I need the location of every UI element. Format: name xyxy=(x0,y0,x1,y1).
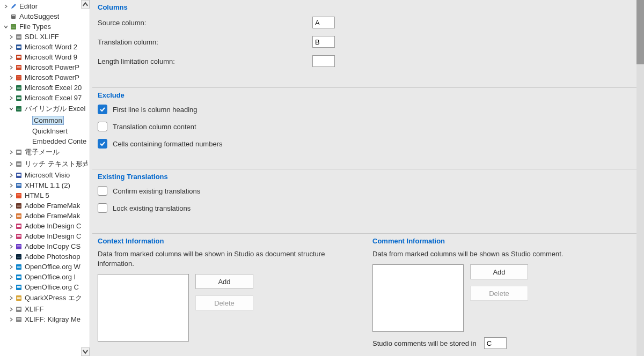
confirm-existing-checkbox[interactable] xyxy=(98,186,107,196)
exclude-formatted-numbers-checkbox[interactable] xyxy=(98,139,107,149)
comment-listbox[interactable] xyxy=(372,264,464,332)
svg-rect-30 xyxy=(17,151,21,152)
expand-icon[interactable] xyxy=(3,4,9,9)
expand-icon[interactable] xyxy=(9,295,14,301)
context-listbox[interactable] xyxy=(98,274,189,342)
file-type-icon xyxy=(15,160,23,168)
sidebar-item-9[interactable]: Microsoft Excel 97 xyxy=(0,93,90,103)
file-type-icon xyxy=(15,172,23,179)
sidebar-item-16[interactable]: Microsoft Visio xyxy=(0,170,90,180)
expand-icon[interactable] xyxy=(9,183,14,188)
expand-icon[interactable] xyxy=(9,161,14,167)
exclude-translation-content-checkbox[interactable] xyxy=(98,122,107,131)
sidebar-item-7[interactable]: Microsoft PowerP xyxy=(0,72,90,83)
sidebar-item-5[interactable]: Microsoft Word 9 xyxy=(0,52,90,62)
length-column-input[interactable] xyxy=(312,55,335,67)
context-delete-button[interactable]: Delete xyxy=(195,295,253,310)
svg-rect-42 xyxy=(17,195,21,195)
sidebar-item-19[interactable]: Adobe FrameMak xyxy=(0,201,90,211)
translation-column-label: Translation column: xyxy=(98,38,312,46)
expand-icon[interactable] xyxy=(9,264,14,270)
expand-icon[interactable] xyxy=(9,44,14,50)
sidebar-item-label: Adobe Photoshop xyxy=(25,253,80,261)
sidebar-item-11[interactable]: Common xyxy=(0,115,90,126)
sidebar-item-22[interactable]: Adobe InDesign C xyxy=(0,231,90,241)
expand-icon[interactable] xyxy=(9,173,14,178)
expand-icon[interactable] xyxy=(9,150,14,155)
sidebar-item-21[interactable]: Adobe InDesign C xyxy=(0,221,90,231)
sidebar-item-28[interactable]: QuarkXPress エク xyxy=(0,292,90,304)
sidebar-item-24[interactable]: Adobe Photoshop xyxy=(0,251,90,262)
svg-rect-63 xyxy=(17,266,21,266)
sidebar-item-15[interactable]: リッチ テキスト形式 xyxy=(0,158,90,170)
sidebar-item-23[interactable]: Adobe InCopy CS xyxy=(0,241,90,251)
expand-icon[interactable] xyxy=(9,275,14,280)
sidebar-item-10[interactable]: バイリンガル Excel xyxy=(0,103,90,115)
svg-rect-54 xyxy=(17,235,21,236)
exclude-first-line-checkbox[interactable] xyxy=(98,105,107,114)
comment-title: Comment Information xyxy=(372,234,636,249)
expand-icon[interactable] xyxy=(9,95,14,101)
expand-icon[interactable] xyxy=(9,234,14,239)
expand-icon[interactable] xyxy=(9,55,14,60)
expand-icon[interactable] xyxy=(9,106,14,112)
svg-rect-45 xyxy=(17,205,21,205)
sidebar-item-20[interactable]: Adobe FrameMak xyxy=(0,211,90,221)
expand-icon[interactable] xyxy=(9,85,14,91)
comment-add-button[interactable]: Add xyxy=(470,264,528,279)
expand-icon[interactable] xyxy=(9,34,14,40)
context-add-button[interactable]: Add xyxy=(195,274,253,289)
sidebar-item-8[interactable]: Microsoft Excel 20 xyxy=(0,83,90,93)
sidebar-item-0[interactable]: Editor xyxy=(0,1,90,11)
expand-icon[interactable] xyxy=(9,317,14,322)
expand-icon[interactable] xyxy=(9,213,14,219)
sidebar-item-30[interactable]: XLIFF: Kilgray Me xyxy=(0,314,90,324)
sidebar-item-label: QuickInsert xyxy=(32,127,68,135)
sidebar-item-14[interactable]: 電子メール xyxy=(0,146,90,158)
expand-icon[interactable] xyxy=(16,139,21,144)
expand-icon[interactable] xyxy=(9,193,14,198)
sidebar-item-6[interactable]: Microsoft PowerP xyxy=(0,62,90,72)
comment-footer-input[interactable] xyxy=(484,337,507,349)
file-type-icon xyxy=(10,23,17,31)
expand-icon[interactable] xyxy=(3,14,9,19)
expand-icon[interactable] xyxy=(9,224,14,229)
expand-icon[interactable] xyxy=(9,203,14,209)
expand-icon[interactable] xyxy=(9,307,14,312)
source-column-input[interactable] xyxy=(312,17,335,28)
sidebar-item-2[interactable]: File Types xyxy=(0,21,90,32)
comment-delete-button[interactable]: Delete xyxy=(470,286,528,301)
svg-rect-1 xyxy=(12,15,15,16)
file-type-icon xyxy=(15,263,23,271)
lock-existing-checkbox[interactable] xyxy=(98,203,107,213)
sidebar-scroll-up[interactable] xyxy=(81,0,90,9)
expand-icon[interactable] xyxy=(9,285,14,290)
sidebar-item-25[interactable]: OpenOffice.org W xyxy=(0,262,90,272)
sidebar-item-27[interactable]: OpenOffice.org C xyxy=(0,282,90,292)
sidebar-item-label: Microsoft Visio xyxy=(25,171,70,179)
sidebar-item-4[interactable]: Microsoft Word 2 xyxy=(0,42,90,52)
expand-icon[interactable] xyxy=(16,129,21,134)
sidebar-item-17[interactable]: XHTML 1.1 (2) xyxy=(0,180,90,190)
sidebar-item-1[interactable]: AutoSuggest xyxy=(0,11,90,21)
expand-icon[interactable] xyxy=(16,118,21,123)
main-scrollbar[interactable] xyxy=(636,0,644,356)
sidebar-item-3[interactable]: SDL XLIFF xyxy=(0,32,90,42)
translation-column-input[interactable] xyxy=(312,36,335,48)
sidebar-scroll-down[interactable] xyxy=(81,347,90,356)
sidebar-item-label: Adobe InDesign C xyxy=(25,232,82,240)
expand-icon[interactable] xyxy=(9,244,14,249)
expand-icon[interactable] xyxy=(9,254,14,259)
length-column-label: Length limitation column: xyxy=(98,57,312,65)
sidebar-item-18[interactable]: HTML 5 xyxy=(0,190,90,201)
file-type-icon xyxy=(15,212,23,220)
expand-icon[interactable] xyxy=(9,65,14,70)
expand-icon[interactable] xyxy=(9,75,14,80)
svg-rect-22 xyxy=(17,88,21,88)
sidebar-item-12[interactable]: QuickInsert xyxy=(0,126,90,136)
sidebar-item-13[interactable]: Embedded Conte xyxy=(0,136,90,146)
sidebar-item-26[interactable]: OpenOffice.org I xyxy=(0,272,90,282)
svg-rect-37 xyxy=(17,175,21,176)
expand-icon[interactable] xyxy=(3,24,9,29)
sidebar-item-29[interactable]: XLIFF xyxy=(0,304,90,314)
